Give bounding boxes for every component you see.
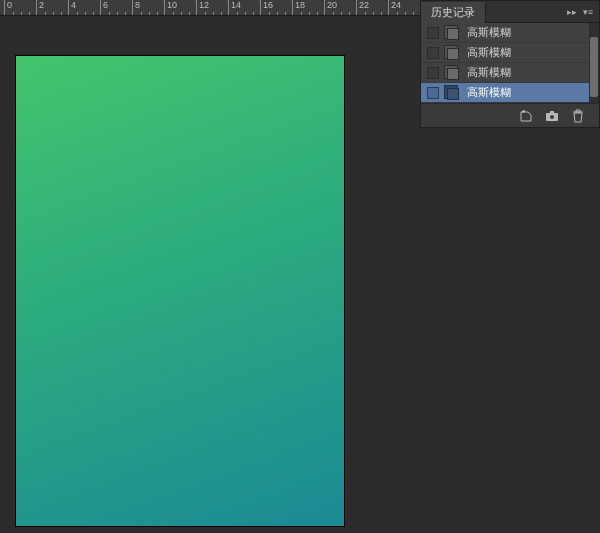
history-visibility-toggle[interactable]	[427, 27, 439, 39]
ruler-horizontal: 024681012141618202224	[0, 0, 420, 16]
history-item-label: 高斯模糊	[467, 65, 511, 80]
ruler-tick: 22	[356, 0, 369, 16]
panel-tab-bar: 历史记录 ▸▸ ▾≡	[421, 1, 599, 23]
workspace-area	[0, 16, 420, 533]
panel-menu-icon[interactable]: ▾≡	[583, 7, 593, 17]
history-list: 高斯模糊高斯模糊高斯模糊高斯模糊	[421, 23, 599, 103]
panel-menu-buttons: ▸▸ ▾≡	[567, 1, 599, 22]
history-item[interactable]: 高斯模糊	[421, 23, 599, 43]
history-item[interactable]: 高斯模糊	[421, 63, 599, 83]
ruler-tick: 16	[260, 0, 273, 16]
ruler-tick: 12	[196, 0, 209, 16]
ruler-tick: 24	[388, 0, 401, 16]
history-panel-footer	[421, 103, 599, 127]
tab-history-label: 历史记录	[431, 6, 475, 18]
history-state-icon	[445, 67, 459, 79]
ruler-tick: 4	[68, 0, 76, 16]
history-item-label: 高斯模糊	[467, 25, 511, 40]
history-item-label: 高斯模糊	[467, 85, 511, 100]
ruler-tick: 20	[324, 0, 337, 16]
ruler-tick: 6	[100, 0, 108, 16]
ruler-tick: 10	[164, 0, 177, 16]
ruler-tick: 2	[36, 0, 44, 16]
svg-rect-1	[550, 111, 554, 114]
ruler-tick: 0	[4, 0, 12, 16]
history-item-label: 高斯模糊	[467, 45, 511, 60]
ruler-tick: 8	[132, 0, 140, 16]
history-state-icon	[445, 47, 459, 59]
history-item[interactable]: 高斯模糊	[421, 43, 599, 63]
ruler-tick: 14	[228, 0, 241, 16]
history-state-icon	[445, 27, 459, 39]
history-scrollbar-thumb[interactable]	[590, 37, 598, 97]
history-panel: 历史记录 ▸▸ ▾≡ 高斯模糊高斯模糊高斯模糊高斯模糊	[420, 0, 600, 128]
history-visibility-toggle[interactable]	[427, 47, 439, 59]
snapshot-icon[interactable]	[545, 109, 559, 123]
create-document-icon[interactable]	[519, 109, 533, 123]
history-state-icon	[445, 87, 459, 99]
svg-point-2	[550, 115, 554, 119]
history-item[interactable]: 高斯模糊	[421, 83, 599, 103]
panel-collapse-icon[interactable]: ▸▸	[567, 7, 577, 17]
history-visibility-toggle[interactable]	[427, 87, 439, 99]
history-scrollbar[interactable]	[589, 23, 599, 103]
tab-history[interactable]: 历史记录	[421, 2, 486, 23]
canvas-artboard[interactable]	[16, 56, 344, 526]
history-visibility-toggle[interactable]	[427, 67, 439, 79]
ruler-tick: 18	[292, 0, 305, 16]
delete-icon[interactable]	[571, 109, 585, 123]
